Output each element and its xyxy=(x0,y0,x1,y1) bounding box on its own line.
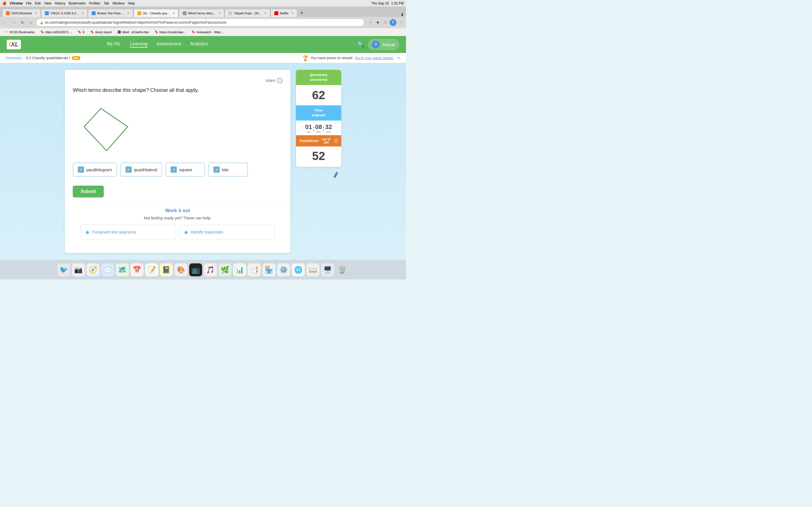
new-tab-button[interactable]: + xyxy=(298,9,306,17)
dock-music[interactable]: 🎵 xyxy=(204,263,217,276)
tab-docoschools[interactable]: DOCOSchools ✕ xyxy=(2,9,41,17)
tab-netflix[interactable]: Netflix ✕ xyxy=(271,9,297,17)
apple-menu[interactable]: 🍎 xyxy=(2,1,6,5)
back-button[interactable]: ← xyxy=(2,19,9,26)
bookmark-star-icon[interactable]: ☆ xyxy=(368,19,373,25)
checkbox-parallelogram[interactable] xyxy=(78,166,84,173)
dock-trash[interactable]: 🗑️ xyxy=(336,263,349,276)
dock-unknown2[interactable]: 🖥️ xyxy=(321,263,334,276)
checkbox-quadrilateral[interactable] xyxy=(125,166,132,173)
choice-parallelogram[interactable]: parallelogram xyxy=(73,163,117,177)
ixl-logo-text: IXL xyxy=(9,41,18,48)
user-menu-button[interactable]: T Taliyah xyxy=(368,39,399,50)
prize-link[interactable]: Go to your game board. xyxy=(355,56,394,60)
diamond-icon-2: ◆ xyxy=(184,229,188,235)
dock-appletv[interactable]: 📺 xyxy=(189,263,202,276)
close-tab-ixl[interactable]: ✕ xyxy=(172,11,175,15)
prize-banner: 🏆 You have prizes to reveal! Go to your … xyxy=(302,55,400,61)
dock-unknown1[interactable]: 🌿 xyxy=(218,263,232,276)
dock-numbers[interactable]: 📊 xyxy=(233,263,246,276)
extension-icon[interactable]: ◆ xyxy=(375,19,380,25)
nav-assessment[interactable]: Assessment xyxy=(156,41,181,48)
tab-taliyah[interactable]: Taliyah Pope - [Te... ✕ xyxy=(225,9,270,17)
nav-my-ixl[interactable]: My IXL xyxy=(107,41,121,48)
score-sublabel: out of 100 xyxy=(319,137,333,144)
menu-bookmarks[interactable]: Bookmarks xyxy=(69,1,86,5)
checkbox-kite[interactable] xyxy=(213,166,220,173)
profile-icon[interactable]: T xyxy=(390,19,396,26)
menu-dots-icon[interactable]: ⋮ xyxy=(398,19,404,25)
menu-help[interactable]: Help xyxy=(128,1,135,5)
nav-analytics[interactable]: Analytics xyxy=(190,41,208,48)
qa-header: Questions answered xyxy=(296,70,341,85)
tab-cw13[interactable]: CW13: G.GSR.4.2... ✕ xyxy=(41,9,87,17)
close-tab-which[interactable]: ✕ xyxy=(218,11,220,15)
dock-notes[interactable]: 📓 xyxy=(160,263,173,276)
close-tab-boston[interactable]: ✕ xyxy=(127,11,130,15)
prize-close-button[interactable]: ✕ xyxy=(397,56,400,60)
bookmark-meet[interactable]: 🎥 Meet - jif-bwhb-hbe xyxy=(115,30,151,34)
menu-view[interactable]: View xyxy=(44,1,51,5)
extension2-icon[interactable]: ⬡ xyxy=(382,19,388,25)
dock-maps[interactable]: 🗺️ xyxy=(116,263,129,276)
dock-finder[interactable]: 🐦 xyxy=(57,263,70,276)
close-tab-docoschools[interactable]: ✕ xyxy=(35,11,37,15)
menu-edit[interactable]: Edit xyxy=(35,1,41,5)
help-icon[interactable]: ? xyxy=(334,139,338,143)
tab-boston[interactable]: Boston Tea Party ... ✕ xyxy=(88,9,133,17)
bookmark-studentapi[interactable]: 🔖 https://studentapi... xyxy=(152,30,188,34)
dock-appstore[interactable]: 🏪 xyxy=(262,263,275,276)
bookmark-hurawatch[interactable]: 🔖 Hurawatch - Watc... xyxy=(189,30,226,34)
home-button[interactable]: ⌂ xyxy=(28,19,35,26)
pencil-icon[interactable] xyxy=(332,171,340,180)
tab-which[interactable]: Which terms desc... ✕ xyxy=(179,9,224,17)
menu-window[interactable]: Window xyxy=(112,1,124,5)
help-link-congruent[interactable]: ◆ Congruent line segments xyxy=(81,225,176,239)
ixl-logo[interactable]: IXL xyxy=(7,40,21,49)
video-link[interactable]: Video ⓘ xyxy=(73,78,283,83)
submit-button[interactable]: Submit xyxy=(73,186,104,198)
menu-chrome[interactable]: Chrome xyxy=(10,1,22,5)
content-container: Video ⓘ Which terms describe this shape?… xyxy=(65,70,341,253)
choice-quadrilateral[interactable]: quadrilateral xyxy=(120,163,162,177)
help-link-trapezoids[interactable]: ◆ Identify trapezoids xyxy=(179,225,274,239)
close-tab-cw13[interactable]: ✕ xyxy=(82,11,84,15)
search-button[interactable]: 🔍 xyxy=(357,41,364,48)
refresh-button[interactable]: ↻ xyxy=(19,19,26,26)
dock-chrome[interactable]: 🌐 xyxy=(292,263,305,276)
score-number: 52 xyxy=(296,147,341,167)
tab-search-icon[interactable]: ⬇ xyxy=(401,13,404,17)
trophy-icon: 🏆 xyxy=(302,55,308,61)
checkbox-square[interactable] xyxy=(170,166,177,173)
address-bar: ← → ↻ ⌂ 🔒 ixl.com/math/geometry/classify… xyxy=(0,17,406,28)
menu-file[interactable]: File xyxy=(26,1,31,5)
choice-square[interactable]: square xyxy=(165,163,205,177)
nav-learning[interactable]: Learning xyxy=(130,41,147,48)
dock-preferences[interactable]: ⚙️ xyxy=(277,263,290,276)
shape-polygon xyxy=(84,108,128,151)
bookmark-6[interactable]: 🔖 6 xyxy=(75,30,87,34)
breadcrumb-parent[interactable]: Geometry xyxy=(6,56,22,60)
bookmark-study-island[interactable]: 🔖 study island xyxy=(88,30,114,34)
dock-dictionary[interactable]: 📖 xyxy=(306,263,319,276)
close-tab-taliyah[interactable]: ✕ xyxy=(264,11,266,15)
dock-photos[interactable]: 📷 xyxy=(72,263,85,276)
close-tab-netflix[interactable]: ✕ xyxy=(291,11,294,15)
dock-calendar[interactable]: 📅 xyxy=(131,263,144,276)
choice-kite[interactable]: kite xyxy=(208,163,248,177)
dock-freeform[interactable]: 🎨 xyxy=(174,263,188,276)
forward-button[interactable]: → xyxy=(11,19,17,26)
menu-history[interactable]: History xyxy=(55,1,65,5)
menu-profiles[interactable]: Profiles xyxy=(89,1,100,5)
work-it-out-title[interactable]: Work it out xyxy=(81,208,274,214)
tab-ixl[interactable]: I IXL - Classify qua... ✕ xyxy=(134,9,179,17)
dock-safari[interactable]: 🧭 xyxy=(87,263,100,276)
menu-tab[interactable]: Tab xyxy=(104,1,109,5)
bookmark-e816[interactable]: 🔖 https://e8162672-... xyxy=(38,30,74,34)
time-seconds: 32 SEC xyxy=(325,123,332,133)
bookmark-dcss[interactable]: 📁 DCSS Bookmarks xyxy=(2,30,37,34)
dock-keynote[interactable]: 📑 xyxy=(248,263,261,276)
address-field[interactable]: 🔒 ixl.com/math/geometry/classify-quadril… xyxy=(36,18,364,26)
dock-mail[interactable]: ✉️ xyxy=(101,263,114,276)
dock-reminders[interactable]: 📝 xyxy=(145,263,158,276)
